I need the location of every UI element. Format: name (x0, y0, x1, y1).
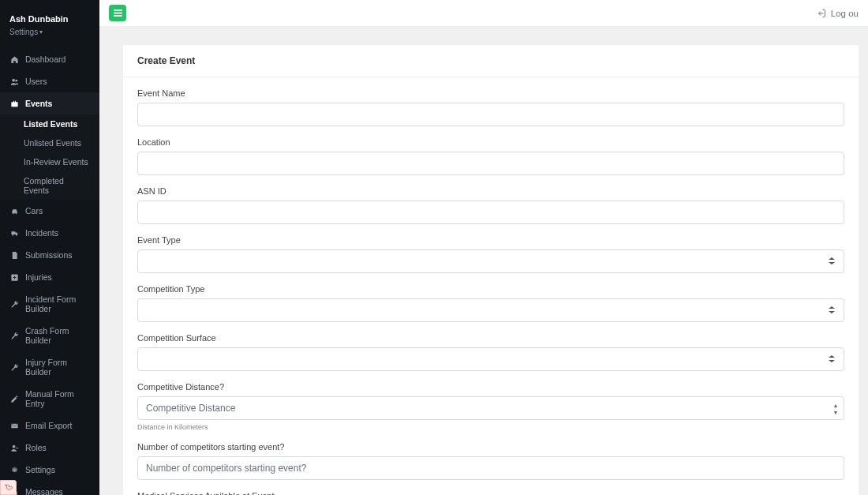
svg-point-0 (12, 78, 15, 81)
sidebar-subitem-listed-events[interactable]: Listed Events (0, 114, 99, 133)
svg-point-3 (15, 234, 17, 235)
sidebar-item-injury-form-builder[interactable]: Injury Form Builder (0, 351, 99, 383)
sidebar-item-cars[interactable]: Cars (0, 200, 99, 222)
competitive-distance-label: Competitive Distance? (137, 382, 844, 392)
spinner-down-icon[interactable]: ▼ (832, 409, 840, 415)
file-icon (9, 250, 19, 260)
svg-rect-9 (114, 13, 122, 14)
sidebar-subitem-unlisted-events[interactable]: Unlisted Events (0, 133, 99, 152)
sidebar-settings-link[interactable]: Settings ▾ (9, 28, 43, 36)
topbar: Log ou (99, 0, 868, 26)
wrench-icon (9, 362, 19, 372)
sidebar-item-crash-form-builder[interactable]: Crash Form Builder (0, 320, 99, 351)
event-type-select[interactable] (137, 249, 844, 273)
sidebar-header: Ash Dunbabin Settings ▾ (0, 0, 99, 48)
competitive-distance-help: Distance in Kilometers (137, 423, 844, 431)
competition-surface-label: Competition Surface (137, 333, 844, 343)
event-name-input[interactable] (137, 103, 844, 126)
sidebar-item-settings[interactable]: Settings (0, 459, 99, 481)
sidebar-item-users[interactable]: Users (0, 70, 99, 92)
gear-icon (9, 465, 19, 474)
hamburger-icon (114, 9, 122, 17)
laravel-badge[interactable] (0, 480, 17, 495)
sidebar-item-email-export[interactable]: Email Export (0, 414, 99, 437)
briefcase-icon (9, 99, 19, 108)
envelope-icon (9, 421, 19, 430)
svg-point-2 (12, 234, 13, 235)
logout-icon (817, 9, 826, 18)
edit-icon (9, 394, 19, 403)
wrench-icon (9, 331, 19, 340)
sidebar-subitem-completed-events[interactable]: Completed Events (0, 171, 99, 200)
logout-button[interactable]: Log ou (817, 9, 859, 18)
competitive-distance-input[interactable] (137, 396, 844, 420)
sidebar: Ash Dunbabin Settings ▾ Dashboard Users … (0, 0, 99, 495)
svg-point-5 (12, 444, 15, 448)
sidebar-item-injuries[interactable]: Injuries (0, 266, 99, 288)
sidebar-item-roles[interactable]: Roles (0, 437, 99, 459)
sidebar-username: Ash Dunbabin (9, 14, 90, 24)
asn-id-label: ASN ID (137, 186, 844, 196)
svg-rect-10 (114, 15, 122, 17)
hamburger-button[interactable] (109, 5, 126, 21)
competition-type-label: Competition Type (137, 284, 844, 294)
svg-point-1 (15, 79, 17, 81)
num-competitors-input[interactable] (137, 456, 844, 480)
competition-surface-select[interactable] (137, 347, 844, 371)
event-type-label: Event Type (137, 235, 844, 245)
location-label: Location (137, 137, 844, 147)
users-icon (9, 77, 19, 86)
asn-id-input[interactable] (137, 201, 844, 224)
sidebar-item-dashboard[interactable]: Dashboard (0, 48, 99, 70)
sidebar-item-incident-form-builder[interactable]: Incident Form Builder (0, 288, 99, 320)
sidebar-item-submissions[interactable]: Submissions (0, 244, 99, 266)
svg-rect-8 (114, 9, 122, 11)
sidebar-subitem-in-review-events[interactable]: In-Review Events (0, 152, 99, 171)
sidebar-item-manual-form-entry[interactable]: Manual Form Entry (0, 383, 99, 414)
medical-available-label: Medical Services Available at Event (137, 491, 844, 495)
wrench-icon (9, 299, 19, 309)
car-icon (9, 206, 19, 216)
house-icon (9, 54, 19, 64)
laravel-icon (4, 483, 13, 493)
spinner-up-icon[interactable]: ▲ (832, 402, 840, 408)
sidebar-item-events[interactable]: Events (0, 92, 99, 114)
create-event-card: Create Event Event Name Location ASN ID (123, 45, 859, 495)
competition-type-select[interactable] (137, 298, 844, 322)
user-minus-icon (9, 443, 19, 452)
caret-down-icon: ▾ (39, 28, 43, 36)
event-name-label: Event Name (137, 88, 844, 98)
sidebar-item-incidents[interactable]: Incidents (0, 222, 99, 244)
card-title: Create Event (123, 45, 859, 77)
location-input[interactable] (137, 152, 844, 175)
competitive-distance-spinner[interactable]: ▲ ▼ (832, 402, 840, 415)
num-competitors-label: Number of competitors starting event? (137, 442, 844, 452)
truck-icon (9, 228, 19, 238)
plus-square-icon (9, 272, 19, 282)
